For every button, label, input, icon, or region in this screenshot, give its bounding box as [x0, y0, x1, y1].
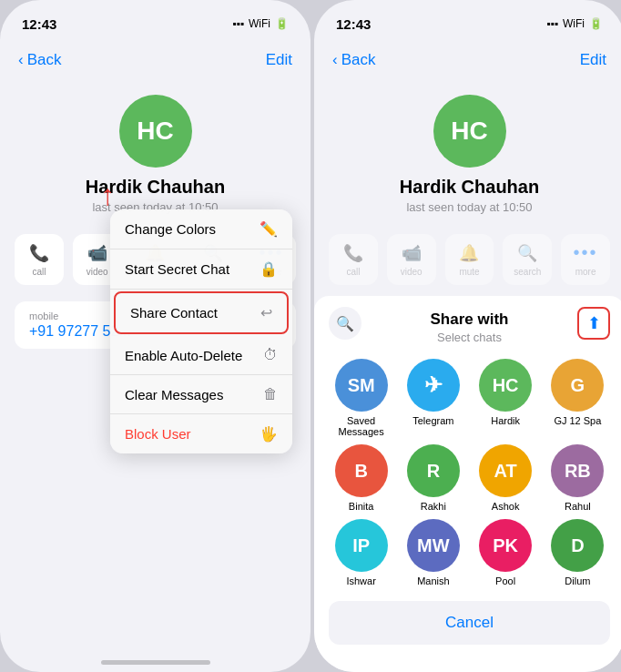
share-contact-name: Ishwar	[346, 575, 375, 586]
block-user-icon: 🖐	[260, 425, 278, 443]
menu-secret-chat[interactable]: Start Secret Chat 🔒	[110, 249, 292, 290]
share-contact-name: Ashok	[492, 501, 520, 512]
share-subtitle: Select chats	[437, 331, 502, 344]
clear-messages-label: Clear Messages	[125, 387, 223, 402]
edit-button-right[interactable]: Edit	[580, 51, 606, 69]
menu-block-user[interactable]: Block User 🖐	[110, 414, 292, 453]
share-contact-name: Telegram	[412, 415, 453, 426]
signal-icon-right: ▪▪▪	[546, 17, 558, 30]
share-contact-item[interactable]: ATAshok	[473, 444, 538, 512]
menu-change-colors[interactable]: Change Colors ✏️	[110, 209, 292, 249]
share-contact-item[interactable]: MWManish	[401, 519, 465, 586]
battery-icon-right: 🔋	[589, 17, 603, 30]
share-contact-avatar: B	[335, 444, 388, 497]
share-contact-name: GJ 12 Spa	[554, 415, 601, 426]
share-contact-avatar: ✈	[407, 359, 460, 412]
share-contact-name: Binita	[349, 501, 374, 512]
share-contact-name: Hardik	[491, 415, 520, 426]
share-export-button[interactable]: ⬆	[577, 307, 610, 340]
avatar-left: HC	[119, 95, 192, 168]
share-contact-name: Rahul	[565, 501, 591, 512]
menu-auto-delete[interactable]: Enable Auto-Delete ⏱	[110, 336, 292, 375]
call-label: call	[32, 267, 46, 277]
status-time-left: 12:43	[22, 16, 56, 32]
secret-chat-icon: 🔒	[260, 260, 278, 278]
share-contact-item[interactable]: HCHardik	[473, 359, 538, 437]
call-icon: 📞	[29, 243, 49, 263]
share-contact-item[interactable]: SMSaved Messages	[329, 359, 393, 437]
video-btn-r: 📹 video	[387, 234, 436, 285]
action-row-right: 📞 call 📹 video 🔔 mute 🔍 search ••• more	[314, 225, 621, 294]
status-icons-left: ▪▪▪ WiFi 🔋	[232, 17, 289, 30]
share-contact-name: Rakhi	[421, 501, 446, 512]
share-contact-name: Saved Messages	[329, 415, 393, 437]
share-contact-avatar: D	[551, 519, 604, 572]
back-label-left: Back	[27, 51, 62, 69]
share-contact-avatar: MW	[407, 519, 460, 572]
back-label-right: Back	[341, 51, 376, 69]
share-contact-item[interactable]: IPIshwar	[329, 519, 393, 586]
status-bar-left: 12:43 ▪▪▪ WiFi 🔋	[0, 0, 310, 40]
avatar-right: HC	[433, 95, 506, 168]
call-button[interactable]: 📞 call	[15, 234, 64, 285]
status-icons-right: ▪▪▪ WiFi 🔋	[546, 17, 603, 30]
context-menu: Change Colors ✏️ Start Secret Chat 🔒 Sha…	[110, 209, 292, 453]
share-contact-avatar: PK	[479, 519, 532, 572]
auto-delete-label: Enable Auto-Delete	[125, 348, 242, 363]
left-phone: 12:43 ▪▪▪ WiFi 🔋 ‹ Back Edit HC Hardik C…	[0, 0, 310, 672]
block-user-label: Block User	[125, 426, 191, 442]
wifi-icon: WiFi	[249, 17, 270, 30]
battery-icon: 🔋	[275, 17, 289, 30]
nav-bar-right: ‹ Back Edit	[314, 40, 621, 80]
share-contact-avatar: G	[551, 359, 604, 412]
menu-clear-messages[interactable]: Clear Messages 🗑	[110, 375, 292, 414]
mute-btn-r: 🔔 mute	[445, 234, 494, 285]
profile-status-right: last seen today at 10:50	[406, 200, 532, 214]
clear-messages-icon: 🗑	[263, 386, 278, 402]
share-contact-name: Manish	[417, 575, 449, 586]
share-contact-item[interactable]: RBRahul	[545, 444, 610, 512]
share-contact-avatar: IP	[335, 519, 388, 572]
share-contact-item[interactable]: BBinita	[329, 444, 393, 512]
video-icon: 📹	[87, 243, 107, 263]
share-contact-item[interactable]: ✈Telegram	[401, 359, 465, 437]
share-contact-name: Pool	[495, 575, 515, 586]
change-colors-icon: ✏️	[260, 220, 278, 238]
share-title: Share with	[431, 311, 509, 329]
share-contact-item[interactable]: PKPool	[473, 519, 538, 586]
profile-name-right: Hardik Chauhan	[400, 177, 539, 198]
signal-icon: ▪▪▪	[232, 17, 244, 30]
profile-section-left: HC Hardik Chauhan last seen today at 10:…	[0, 80, 310, 225]
nav-bar-left: ‹ Back Edit	[0, 40, 310, 80]
share-contacts-grid: SMSaved Messages✈TelegramHCHardikGGJ 12 …	[314, 351, 621, 594]
share-contact-item[interactable]: DDilum	[545, 519, 610, 586]
cancel-button[interactable]: Cancel	[329, 601, 610, 645]
auto-delete-icon: ⏱	[263, 347, 278, 363]
share-contact-item[interactable]: RRakhi	[401, 444, 465, 512]
video-label: video	[87, 267, 108, 277]
share-contact-avatar: SM	[335, 359, 388, 412]
status-bar-right: 12:43 ▪▪▪ WiFi 🔋	[314, 0, 621, 40]
edit-button-left[interactable]: Edit	[266, 51, 292, 69]
search-btn-r: 🔍 search	[503, 234, 552, 285]
share-contact-avatar: RB	[551, 444, 604, 497]
change-colors-label: Change Colors	[125, 221, 216, 237]
share-export-icon: ⬆	[587, 313, 601, 333]
share-contact-avatar: HC	[479, 359, 532, 412]
status-time-right: 12:43	[336, 16, 371, 32]
share-contact-avatar: AT	[479, 444, 532, 497]
call-btn-r: 📞 call	[329, 234, 378, 285]
back-button-right[interactable]: ‹ Back	[332, 51, 375, 69]
secret-chat-label: Start Secret Chat	[125, 261, 229, 277]
red-arrow: ↓	[100, 182, 115, 216]
profile-section-right: HC Hardik Chauhan last seen today at 10:…	[314, 80, 621, 225]
back-button-left[interactable]: ‹ Back	[18, 51, 61, 69]
more-btn-r: ••• more	[561, 234, 610, 285]
chevron-left-icon-right: ‹	[332, 51, 338, 69]
share-header: 🔍 Share with Select chats ⬆	[314, 296, 621, 351]
menu-share-contact[interactable]: Share Contact ↩	[114, 291, 289, 334]
share-contact-item[interactable]: GGJ 12 Spa	[545, 359, 610, 437]
share-search-icon[interactable]: 🔍	[329, 307, 361, 340]
home-indicator-left	[101, 660, 210, 665]
wifi-icon-right: WiFi	[563, 17, 585, 30]
